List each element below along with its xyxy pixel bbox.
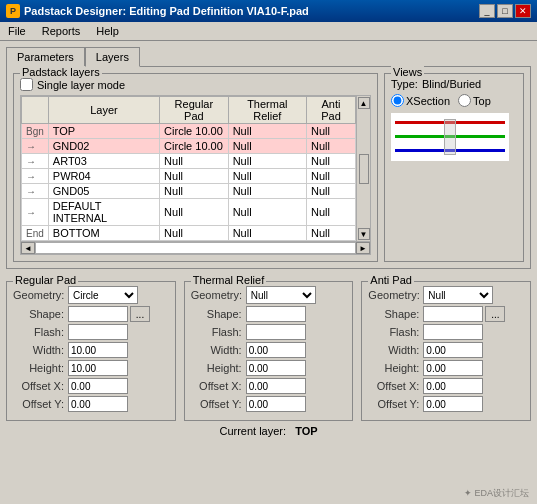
current-layer-value: TOP <box>295 425 317 437</box>
rp-offsety-input[interactable]: 0.00 <box>68 396 128 412</box>
cell-regular-pad: Null <box>160 184 229 199</box>
row-marker: → <box>22 139 49 154</box>
col-regular-pad: Regular Pad <box>160 97 229 124</box>
tr-shape-row: Shape: <box>191 306 347 322</box>
ap-width-input[interactable]: 0.00 <box>423 342 483 358</box>
layers-table: Layer Regular Pad Thermal Relief Anti Pa… <box>21 96 356 241</box>
col-anti-pad: Anti Pad <box>306 97 355 124</box>
ap-height-label: Height: <box>368 362 423 374</box>
rp-geometry-label: Geometry: <box>13 289 68 301</box>
menu-file[interactable]: File <box>4 24 30 38</box>
maximize-button[interactable]: □ <box>497 4 513 18</box>
tr-shape-input[interactable] <box>246 306 306 322</box>
rp-height-input[interactable]: 10.00 <box>68 360 128 376</box>
table-row[interactable]: → PWR04 Null Null Null <box>22 169 356 184</box>
rp-width-input[interactable]: 10.00 <box>68 342 128 358</box>
tr-flash-input[interactable] <box>246 324 306 340</box>
ap-shape-row: Shape: ... <box>368 306 524 322</box>
tr-geometry-row: Geometry: Null <box>191 286 347 304</box>
row-marker: → <box>22 154 49 169</box>
cell-anti-pad: Null <box>306 139 355 154</box>
cell-anti-pad: Null <box>306 124 355 139</box>
scroll-right-arrow[interactable]: ► <box>356 242 370 254</box>
ap-geometry-row: Geometry: Null <box>368 286 524 304</box>
row-marker: → <box>22 184 49 199</box>
main-content: Parameters Layers Padstack layers Single… <box>0 41 537 275</box>
ap-flash-input[interactable] <box>423 324 483 340</box>
rp-offsetx-row: Offset X: 0.00 <box>13 378 169 394</box>
app-icon: P <box>6 4 20 18</box>
table-row[interactable]: → ART03 Null Null Null <box>22 154 356 169</box>
ap-shape-btn[interactable]: ... <box>485 306 505 322</box>
radio-xsection[interactable]: XSection <box>391 94 450 107</box>
row-marker: Bgn <box>22 124 49 139</box>
radio-top[interactable]: Top <box>458 94 491 107</box>
ap-geometry-select[interactable]: Null <box>423 286 493 304</box>
rp-shape-row: Shape: ... <box>13 306 169 322</box>
ap-height-input[interactable]: 0.00 <box>423 360 483 376</box>
tr-flash-label: Flash: <box>191 326 246 338</box>
ap-width-row: Width: 0.00 <box>368 342 524 358</box>
tr-offsetx-input[interactable]: 0.00 <box>246 378 306 394</box>
rp-offsetx-input[interactable]: 0.00 <box>68 378 128 394</box>
view-radio-group: XSection Top <box>391 94 517 107</box>
cell-layer: TOP <box>48 124 159 139</box>
rp-geometry-select[interactable]: Circle <box>68 286 138 304</box>
views-label: Views <box>391 66 424 78</box>
scroll-up-arrow[interactable]: ▲ <box>358 97 370 109</box>
cell-anti-pad: Null <box>306 154 355 169</box>
scroll-left-arrow[interactable]: ◄ <box>21 242 35 254</box>
rp-shape-input[interactable] <box>68 306 128 322</box>
scroll-thumb[interactable] <box>359 154 369 184</box>
tab-bar: Parameters Layers <box>6 47 531 67</box>
rp-offsety-row: Offset Y: 0.00 <box>13 396 169 412</box>
table-row[interactable]: → GND05 Null Null Null <box>22 184 356 199</box>
ap-width-label: Width: <box>368 344 423 356</box>
cell-thermal-relief: Null <box>228 124 306 139</box>
padstack-layers-label: Padstack layers <box>20 66 102 78</box>
rp-shape-label: Shape: <box>13 308 68 320</box>
cell-layer: GND02 <box>48 139 159 154</box>
tr-height-input[interactable]: 0.00 <box>246 360 306 376</box>
tr-geometry-label: Geometry: <box>191 289 246 301</box>
properties-row: Regular Pad Geometry: Circle Shape: ... … <box>6 281 531 421</box>
table-row[interactable]: End BOTTOM Null Null Null <box>22 226 356 241</box>
tr-geometry-select[interactable]: Null <box>246 286 316 304</box>
ap-shape-input[interactable] <box>423 306 483 322</box>
scroll-down-arrow[interactable]: ▼ <box>358 228 370 240</box>
tr-offsety-input[interactable]: 0.00 <box>246 396 306 412</box>
cell-anti-pad: Null <box>306 169 355 184</box>
tab-layers[interactable]: Layers <box>85 47 140 67</box>
ap-offsetx-input[interactable]: 0.00 <box>423 378 483 394</box>
tab-parameters[interactable]: Parameters <box>6 47 85 67</box>
menu-reports[interactable]: Reports <box>38 24 85 38</box>
tr-offsety-row: Offset Y: 0.00 <box>191 396 347 412</box>
tr-width-input[interactable]: 0.00 <box>246 342 306 358</box>
regular-pad-group: Regular Pad Geometry: Circle Shape: ... … <box>6 281 176 421</box>
table-row[interactable]: Bgn TOP Circle 10.00 Null Null <box>22 124 356 139</box>
col-layer: Layer <box>48 97 159 124</box>
vertical-scrollbar[interactable]: ▲ ▼ <box>356 96 370 241</box>
ap-offsetx-label: Offset X: <box>368 380 423 392</box>
cell-layer: BOTTOM <box>48 226 159 241</box>
cell-regular-pad: Null <box>160 199 229 226</box>
ap-flash-label: Flash: <box>368 326 423 338</box>
row-marker: End <box>22 226 49 241</box>
thermal-relief-label: Thermal Relief <box>191 274 267 286</box>
menu-help[interactable]: Help <box>92 24 123 38</box>
cell-layer: GND05 <box>48 184 159 199</box>
rp-width-row: Width: 10.00 <box>13 342 169 358</box>
rp-flash-input[interactable] <box>68 324 128 340</box>
table-row[interactable]: → DEFAULT INTERNAL Null Null Null <box>22 199 356 226</box>
cell-regular-pad: Circle 10.00 <box>160 124 229 139</box>
ap-offsety-input[interactable]: 0.00 <box>423 396 483 412</box>
close-button[interactable]: ✕ <box>515 4 531 18</box>
padstack-layers-group: Padstack layers Single layer mode Layer <box>13 73 378 262</box>
views-group: Views Type: Blind/Buried XSection Top <box>384 73 524 262</box>
rp-shape-btn[interactable]: ... <box>130 306 150 322</box>
minimize-button[interactable]: _ <box>479 4 495 18</box>
thermal-relief-group: Thermal Relief Geometry: Null Shape: Fla… <box>184 281 354 421</box>
single-layer-checkbox[interactable] <box>20 78 33 91</box>
table-row[interactable]: → GND02 Circle 10.00 Null Null <box>22 139 356 154</box>
horizontal-scrollbar[interactable]: ◄ ► <box>20 242 371 255</box>
